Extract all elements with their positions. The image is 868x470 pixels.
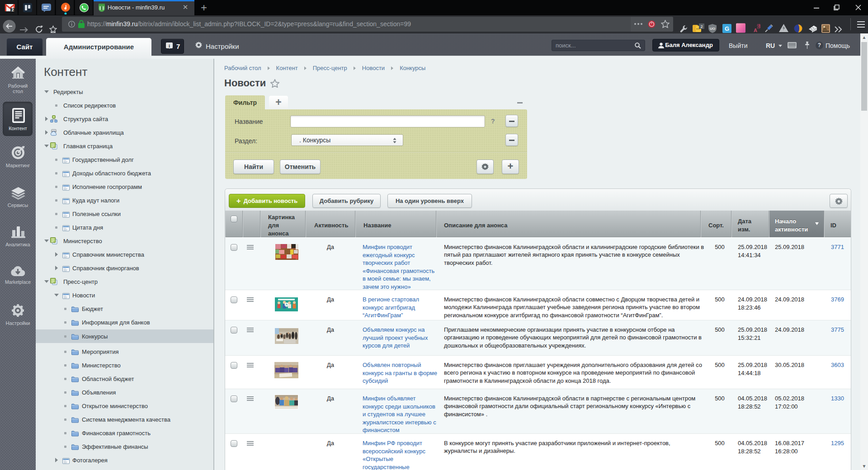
svg-text:UO: UO bbox=[710, 27, 715, 31]
svg-text:A: A bbox=[754, 28, 757, 33]
svg-text:2: 2 bbox=[11, 8, 14, 12]
svg-text:2: 2 bbox=[700, 24, 703, 29]
svg-text:G: G bbox=[725, 25, 729, 32]
